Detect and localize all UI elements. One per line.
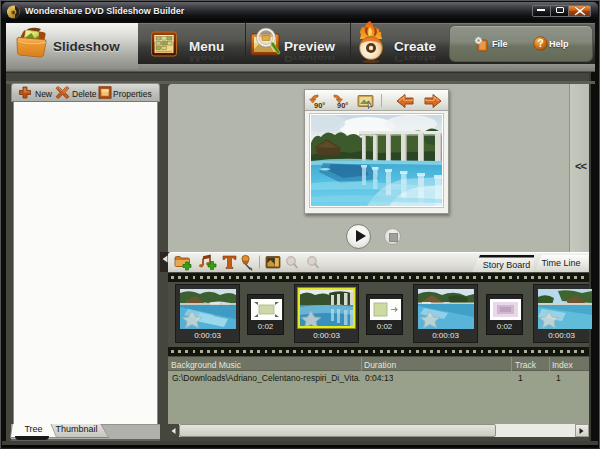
svg-text:90°: 90° (314, 101, 325, 110)
svg-text:?: ? (537, 38, 543, 49)
svg-text:90°: 90° (337, 101, 348, 110)
